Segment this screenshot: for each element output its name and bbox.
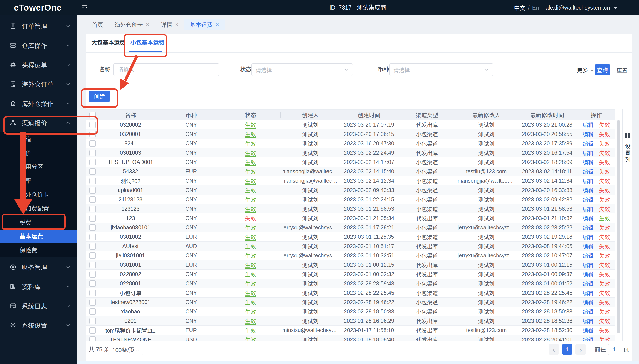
edit-link[interactable]: 编辑 [582, 281, 593, 287]
close-icon[interactable]: × [146, 22, 149, 27]
row-checkbox[interactable] [89, 168, 96, 175]
row-checkbox[interactable] [89, 206, 96, 212]
lang-en[interactable]: En [532, 4, 539, 11]
toggle-status-link[interactable]: 失效 [599, 132, 610, 138]
toggle-status-link[interactable]: 失效 [599, 150, 610, 156]
subtab-大包基本运费[interactable]: 大包基本运费 [91, 38, 125, 46]
edit-link[interactable]: 编辑 [582, 272, 593, 278]
toggle-status-link[interactable]: 失效 [599, 234, 610, 240]
row-checkbox[interactable] [89, 140, 96, 147]
sidebar-item-海外仓操作[interactable]: 海外仓操作 [0, 94, 77, 113]
user-menu-caret-icon[interactable] [613, 6, 617, 9]
toggle-status-link[interactable]: 失效 [599, 244, 610, 250]
submenu-item-海外仓价卡[interactable]: 海外仓价卡 [0, 188, 77, 202]
submenu-item-汇率[interactable]: 汇率 [0, 174, 77, 188]
toggle-status-link[interactable]: 失效 [599, 225, 610, 231]
toggle-status-link[interactable]: 失效 [599, 318, 610, 324]
edit-link[interactable]: 编辑 [582, 216, 593, 222]
user-email[interactable]: alexli@walltechsystem.cn [545, 4, 610, 11]
edit-link[interactable]: 编辑 [582, 337, 593, 342]
tab-基本运费[interactable]: 基本运费× [184, 19, 225, 30]
toggle-status-link[interactable]: 失效 [599, 160, 610, 166]
row-checkbox[interactable] [89, 122, 96, 128]
sidebar-item-系统日志[interactable]: 系统日志 [0, 296, 77, 315]
toggle-status-link[interactable]: 失效 [599, 281, 610, 287]
toggle-status-link[interactable]: 失效 [599, 328, 610, 334]
row-checkbox[interactable] [89, 336, 96, 342]
edit-link[interactable]: 编辑 [582, 290, 593, 296]
row-checkbox[interactable] [89, 308, 96, 315]
goto-page-input[interactable] [608, 344, 620, 355]
currency-filter-select[interactable]: 请选择 [389, 64, 493, 76]
toggle-status-link[interactable]: 失效 [599, 253, 610, 259]
toggle-status-link[interactable]: 失效 [599, 188, 610, 194]
collapse-menu-icon[interactable] [81, 4, 88, 11]
subtab-小包基本运费[interactable]: 小包基本运费 [130, 38, 164, 46]
sidebar-item-头程运单[interactable]: 头程运单 [0, 55, 77, 74]
page-size-select[interactable]: 100条/页 [108, 343, 143, 356]
tab-首页[interactable]: 首页 [86, 19, 109, 30]
toggle-status-link[interactable]: 失效 [599, 262, 610, 268]
row-checkbox[interactable] [89, 290, 96, 296]
toggle-status-link[interactable]: 生效 [599, 216, 610, 222]
edit-link[interactable]: 编辑 [582, 225, 593, 231]
row-checkbox[interactable] [89, 252, 96, 259]
submenu-item-税费[interactable]: 税费 [0, 216, 77, 230]
edit-link[interactable]: 编辑 [582, 262, 593, 268]
sidebar-item-系统设置[interactable]: 系统设置 [0, 315, 77, 335]
row-checkbox[interactable] [89, 178, 96, 184]
toggle-status-link[interactable]: 失效 [599, 290, 610, 296]
column-settings-button[interactable]: 设置列 [623, 110, 632, 196]
current-page-button[interactable]: 1 [562, 344, 572, 355]
row-checkbox[interactable] [89, 243, 96, 250]
sidebar-item-财务管理[interactable]: 财务管理 [0, 257, 77, 277]
status-filter-select[interactable]: 请选择 [252, 64, 353, 76]
row-checkbox[interactable] [89, 299, 96, 306]
sidebar-item-渠道报价[interactable]: 渠道报价 [0, 113, 77, 132]
edit-link[interactable]: 编辑 [582, 188, 593, 194]
edit-link[interactable]: 编辑 [582, 132, 593, 138]
edit-link[interactable]: 编辑 [582, 328, 593, 334]
more-filters-button[interactable]: 更多 [577, 64, 594, 76]
submenu-item-保险费[interactable]: 保险费 [0, 244, 77, 257]
toggle-status-link[interactable]: 失效 [599, 169, 610, 175]
edit-link[interactable]: 编辑 [582, 206, 593, 212]
next-page-button[interactable]: › [575, 344, 586, 355]
row-checkbox[interactable] [89, 262, 96, 268]
submenu-item-报价[interactable]: 报价 [0, 146, 77, 160]
table-vertical-scrollbar[interactable] [617, 120, 620, 333]
toggle-status-link[interactable]: 失效 [599, 300, 610, 306]
row-checkbox[interactable] [89, 271, 96, 278]
row-checkbox[interactable] [89, 196, 96, 203]
lang-zh[interactable]: 中文 [514, 4, 525, 12]
edit-link[interactable]: 编辑 [582, 169, 593, 175]
close-icon[interactable]: × [216, 22, 219, 27]
create-button[interactable]: 创建 [89, 90, 110, 102]
toggle-status-link[interactable]: 失效 [599, 197, 610, 203]
prev-page-button[interactable]: ‹ [549, 344, 559, 355]
sidebar-item-订单管理[interactable]: 订单管理 [0, 16, 77, 36]
edit-link[interactable]: 编辑 [582, 234, 593, 240]
row-checkbox[interactable] [89, 150, 96, 156]
row-checkbox[interactable] [89, 215, 96, 222]
row-checkbox[interactable] [89, 159, 96, 166]
edit-link[interactable]: 编辑 [582, 253, 593, 259]
edit-link[interactable]: 编辑 [582, 197, 593, 203]
row-checkbox[interactable] [89, 234, 96, 240]
sidebar-item-海外仓订单[interactable]: 海外仓订单 [0, 74, 77, 94]
tab-详情[interactable]: 详情× [155, 19, 184, 30]
toggle-status-link[interactable]: 失效 [599, 337, 610, 342]
tab-海外仓价卡[interactable]: 海外仓价卡× [109, 19, 155, 30]
submenu-item-渠道[interactable]: 渠道 [0, 132, 77, 146]
toggle-status-link[interactable]: 失效 [599, 309, 610, 315]
edit-link[interactable]: 编辑 [582, 122, 593, 128]
submenu-item-基本运费[interactable]: 基本运费 [0, 230, 77, 244]
row-checkbox[interactable] [89, 131, 96, 138]
edit-link[interactable]: 编辑 [582, 150, 593, 156]
select-all-checkbox[interactable] [89, 112, 96, 118]
row-checkbox[interactable] [89, 224, 96, 231]
name-filter-input[interactable] [113, 64, 219, 76]
toggle-status-link[interactable]: 失效 [599, 141, 610, 147]
submenu-item-费用分区[interactable]: 费用分区 [0, 160, 77, 174]
row-checkbox[interactable] [89, 187, 96, 194]
